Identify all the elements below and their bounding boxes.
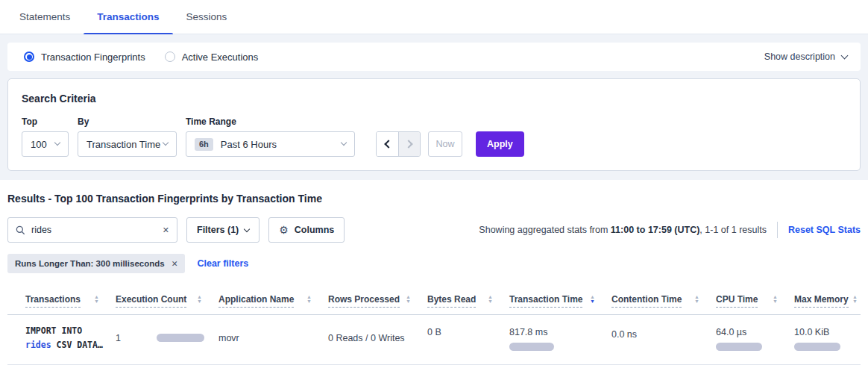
- filter-chip: Runs Longer Than: 300 milliseconds ✕: [7, 254, 185, 273]
- apply-button[interactable]: Apply: [476, 131, 524, 157]
- top-select[interactable]: 100: [22, 131, 69, 157]
- divider: [777, 222, 778, 238]
- chevron-down-icon: [163, 140, 169, 146]
- time-range-badge: 6h: [195, 138, 213, 151]
- execution-count-cell: 1: [116, 333, 218, 343]
- previous-time-window-button[interactable]: [377, 132, 398, 156]
- top-select-value: 100: [31, 139, 47, 150]
- application-name-cell: movr: [218, 333, 328, 343]
- column-header-contention-time[interactable]: Contention Time ▲▼: [611, 294, 716, 308]
- column-header-cpu-time[interactable]: CPU Time ▲▼: [716, 294, 794, 308]
- bytes-read-cell: 0 B: [427, 324, 509, 337]
- sort-icon: ▲▼: [197, 295, 202, 303]
- contention-time-cell: 0.0 ns: [611, 324, 716, 340]
- column-header-rows-processed[interactable]: Rows Processed ▲▼: [328, 294, 427, 308]
- search-box[interactable]: ✕: [7, 217, 177, 243]
- transaction-link[interactable]: rides: [25, 340, 51, 350]
- transaction-time-bar: [509, 343, 554, 351]
- next-time-window-button[interactable]: [398, 132, 420, 156]
- active-filters-row: Runs Longer Than: 300 milliseconds ✕ Cle…: [7, 254, 861, 273]
- reset-sql-stats-link[interactable]: Reset SQL Stats: [788, 225, 861, 235]
- top-label: Top: [22, 116, 69, 127]
- search-criteria-card: Search Criteria Top 100 By Transaction T…: [7, 78, 861, 171]
- tab-statements[interactable]: Statements: [6, 0, 84, 34]
- execution-count-bar: [157, 334, 204, 342]
- cpu-time-bar: [716, 343, 762, 351]
- time-range-label: Time Range: [186, 116, 355, 127]
- transaction-time-cell: 817.8 ms: [509, 324, 611, 351]
- radio-selected-icon: [24, 52, 34, 62]
- column-header-execution-count[interactable]: Execution Count ▲▼: [116, 294, 218, 308]
- page-body: Transaction Fingerprints Active Executio…: [0, 34, 868, 180]
- table-row[interactable]: IMPORT INTO rides CSV DATA… 1 movr 0 Rea…: [7, 315, 861, 365]
- table-header-row: Transactions ▲▼ Execution Count ▲▼ Appli…: [7, 288, 861, 315]
- column-header-max-memory[interactable]: Max Memory ▲▼: [794, 294, 861, 308]
- sort-icon: ▲▼: [694, 295, 699, 303]
- columns-button-label: Columns: [295, 225, 334, 235]
- radio-unselected-icon: [165, 52, 175, 62]
- sort-icon: ▲▼: [94, 295, 99, 303]
- filter-chip-label: Runs Longer Than: 300 milliseconds: [15, 259, 165, 268]
- gear-icon: ⚙: [279, 225, 289, 235]
- chevron-down-icon: [244, 226, 250, 232]
- transaction-fingerprint-cell[interactable]: IMPORT INTO rides CSV DATA…: [25, 324, 116, 352]
- results-section: Results - Top 100 Transaction Fingerprin…: [0, 193, 868, 365]
- radio-active-executions[interactable]: Active Executions: [165, 52, 259, 63]
- sort-icon: ▲▼: [852, 295, 858, 303]
- by-select-value: Transaction Time: [87, 139, 160, 150]
- radio-transaction-fingerprints[interactable]: Transaction Fingerprints: [24, 52, 145, 63]
- columns-button[interactable]: ⚙ Columns: [268, 217, 345, 243]
- chevron-down-icon: [54, 140, 60, 146]
- time-window-pager: [376, 131, 421, 157]
- sort-icon: ▲▼: [406, 295, 411, 303]
- results-heading: Results - Top 100 Transaction Fingerprin…: [7, 193, 861, 205]
- show-description-label: Show description: [764, 52, 835, 62]
- sort-icon: ▲▼: [306, 295, 312, 303]
- radio-label: Transaction Fingerprints: [41, 52, 145, 63]
- tabs-bar: Statements Transactions Sessions: [0, 0, 868, 34]
- cpu-time-cell: 64.0 µs: [716, 324, 794, 351]
- chevron-left-icon: [384, 140, 392, 148]
- max-memory-cell: 10.0 KiB: [794, 324, 861, 351]
- remove-filter-icon[interactable]: ✕: [172, 260, 178, 268]
- sort-desc-icon: ▲▼: [590, 295, 595, 303]
- results-toolbar: ✕ Filters (1) ⚙ Columns Showing aggregat…: [7, 217, 861, 243]
- sort-icon: ▲▼: [488, 295, 493, 303]
- sort-icon: ▲▼: [773, 295, 778, 303]
- stats-time-range: 11:00 to 17:59 (UTC): [611, 225, 699, 235]
- rows-processed-cell: 0 Reads / 0 Writes: [328, 333, 427, 343]
- filters-button-label: Filters (1): [197, 225, 239, 235]
- by-select[interactable]: Transaction Time: [78, 131, 177, 157]
- chevron-down-icon: [341, 140, 347, 146]
- tab-sessions[interactable]: Sessions: [173, 0, 241, 34]
- search-criteria-title: Search Criteria: [22, 93, 846, 105]
- view-toggle-band: Transaction Fingerprints Active Executio…: [7, 43, 861, 71]
- search-input[interactable]: [31, 225, 157, 235]
- max-memory-bar: [794, 343, 840, 351]
- radio-label: Active Executions: [182, 52, 259, 63]
- column-header-application-name[interactable]: Application Name ▲▼: [218, 294, 328, 308]
- search-icon: [16, 225, 25, 235]
- chevron-right-icon: [404, 140, 412, 148]
- by-label: By: [78, 116, 177, 127]
- now-button[interactable]: Now: [428, 131, 462, 157]
- column-header-transactions[interactable]: Transactions ▲▼: [25, 294, 116, 308]
- aggregated-stats-text: Showing aggregated stats from 11:00 to 1…: [479, 225, 767, 235]
- clear-filters-link[interactable]: Clear filters: [197, 258, 248, 269]
- clear-search-icon[interactable]: ✕: [163, 226, 169, 234]
- column-header-bytes-read[interactable]: Bytes Read ▲▼: [427, 294, 509, 308]
- show-description-toggle[interactable]: Show description: [764, 52, 847, 62]
- time-range-select[interactable]: 6h Past 6 Hours: [186, 131, 355, 157]
- filters-button[interactable]: Filters (1): [186, 217, 260, 243]
- chevron-down-icon: [841, 52, 849, 59]
- tab-transactions[interactable]: Transactions: [84, 0, 172, 34]
- time-range-value: Past 6 Hours: [221, 139, 277, 150]
- column-header-transaction-time[interactable]: Transaction Time ▲▼: [509, 294, 611, 308]
